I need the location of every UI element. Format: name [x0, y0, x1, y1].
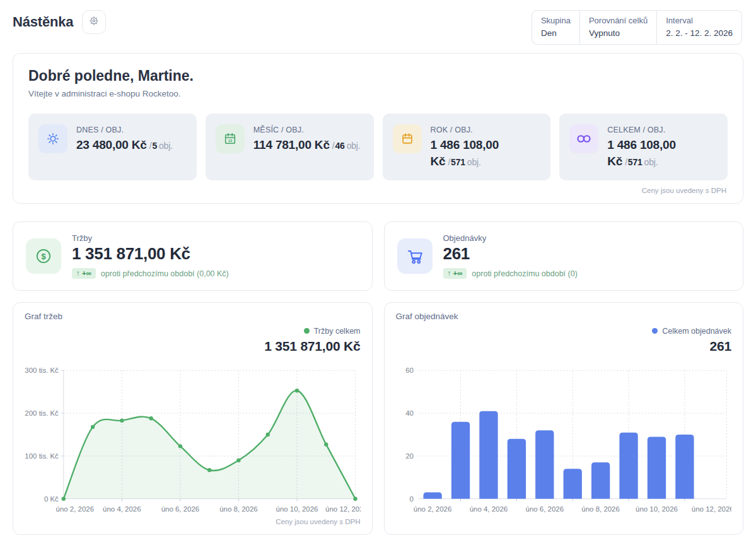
metric-value: 1 351 871,00 Kč [72, 244, 229, 264]
svg-text:úno 6, 2026: úno 6, 2026 [525, 505, 564, 513]
charts-row: Graf tržeb Tržby celkem 1 351 871,00 Kč … [13, 302, 743, 535]
stat-tiles: DNES / OBJ. 23 480,00 Kč/5obj. 12 MĚSÍC … [28, 114, 728, 180]
cart-icon [397, 238, 433, 274]
svg-text:60: 60 [405, 367, 414, 375]
chart-title: Graf tržeb [25, 312, 361, 321]
calendar-year-icon [393, 124, 422, 153]
legend-dot-blue [652, 328, 658, 334]
stat-value: 1 486 108,00 Kč/571obj. [607, 137, 718, 169]
chart-total-value: 261 [396, 339, 732, 354]
metric-label: Objednávky [443, 233, 578, 243]
svg-text:úno 10, 2026: úno 10, 2026 [276, 505, 318, 513]
dashboard-settings-button[interactable] [82, 10, 106, 34]
orders-summary-card: Objednávky 261 ↑ +∞ oproti předchozímu o… [384, 221, 744, 291]
svg-text:úno 10, 2026: úno 10, 2026 [636, 505, 678, 513]
metrics-row: $ Tržby 1 351 871,00 Kč ↑ +∞ oproti před… [13, 221, 743, 291]
legend-dot-green [304, 328, 310, 334]
chart-title: Graf objednávek [396, 312, 732, 321]
revenue-summary-card: $ Tržby 1 351 871,00 Kč ↑ +∞ oproti před… [13, 221, 373, 291]
svg-text:300 tis. Kč: 300 tis. Kč [25, 367, 59, 375]
money-icon: $ [26, 238, 61, 274]
svg-text:úno 12, 2026: úno 12, 2026 [325, 505, 360, 513]
svg-text:úno 4, 2026: úno 4, 2026 [103, 505, 141, 513]
calendar-month-icon: 12 [216, 124, 245, 153]
svg-text:úno 2, 2026: úno 2, 2026 [56, 505, 95, 513]
header: Nástěnka Skupina Den Porov [13, 0, 743, 44]
filter-interval-label: Interval [666, 15, 733, 27]
metric-label: Tržby [72, 233, 229, 243]
svg-text:0: 0 [409, 495, 413, 503]
dashboard-page: Nástěnka Skupina Den Porov [0, 0, 756, 545]
revenue-chart-card: Graf tržeb Tržby celkem 1 351 871,00 Kč … [13, 302, 373, 535]
stat-label: CELKEM / OBJ. [607, 126, 718, 134]
svg-text:20: 20 [405, 452, 414, 460]
orders-bar-chart: 0204060úno 2, 2026úno 4, 2026úno 6, 2026… [396, 364, 732, 515]
welcome-card: Dobré poledne, Martine. Vítejte v admini… [13, 53, 743, 204]
svg-text:úno 8, 2026: úno 8, 2026 [581, 505, 620, 513]
svg-text:úno 12, 2026: úno 12, 2026 [691, 505, 731, 513]
orders-chart-card: Graf objednávek Celkem objednávek 261 02… [384, 302, 744, 535]
filter-group-label: Skupina [541, 15, 571, 27]
comparison-text: oproti předchozímu období (0,00 Kč) [101, 269, 229, 278]
svg-text:úno 8, 2026: úno 8, 2026 [219, 505, 258, 513]
filter-interval-value: 2. 2. - 12. 2. 2026 [666, 27, 733, 40]
trend-badge: ↑ +∞ [443, 268, 467, 279]
stat-tile-total: CELKEM / OBJ. 1 486 108,00 Kč/571obj. [559, 114, 728, 180]
filter-interval[interactable]: Interval 2. 2. - 12. 2. 2026 [656, 11, 741, 44]
stat-tile-today: DNES / OBJ. 23 480,00 Kč/5obj. [28, 114, 197, 180]
filter-group[interactable]: Skupina Den [532, 11, 579, 44]
stat-value: 114 781,00 Kč/46obj. [253, 137, 361, 153]
dashboard-filters: Skupina Den Porovnání celků Vypnuto Inte… [532, 10, 742, 45]
infinity-icon [569, 124, 598, 153]
filter-comparison-label: Porovnání celků [589, 15, 648, 27]
filter-comparison-value: Vypnuto [589, 27, 648, 40]
stat-label: ROK / OBJ. [431, 126, 541, 134]
metric-value: 261 [443, 244, 578, 264]
filter-group-value: Den [541, 27, 571, 40]
chart-legend: Celkem objednávek [396, 325, 732, 336]
stat-label: MĚSÍC / OBJ. [253, 126, 361, 134]
revenue-line-chart: 0 Kč100 tis. Kč200 tis. Kč300 tis. Kčúno… [25, 364, 361, 515]
comparison-text: oproti předchozímu období (0) [472, 269, 577, 278]
stat-tile-month: 12 MĚSÍC / OBJ. 114 781,00 Kč/46obj. [206, 114, 374, 180]
svg-text:úno 2, 2026: úno 2, 2026 [413, 505, 451, 513]
svg-text:0 Kč: 0 Kč [44, 495, 59, 503]
legend-label: Celkem objednávek [662, 327, 731, 336]
vat-note: Ceny jsou uvedeny s DPH [25, 515, 361, 529]
chart-total-value: 1 351 871,00 Kč [25, 339, 361, 354]
svg-text:100 tis. Kč: 100 tis. Kč [25, 452, 59, 460]
stat-label: DNES / OBJ. [76, 126, 173, 134]
sun-icon [38, 124, 67, 153]
gear-icon [88, 15, 100, 29]
greeting-heading: Dobré poledne, Martine. [28, 67, 728, 85]
svg-text:40: 40 [405, 409, 414, 417]
trend-badge: ↑ +∞ [72, 268, 96, 279]
legend-label: Tržby celkem [314, 327, 361, 336]
svg-text:úno 4, 2026: úno 4, 2026 [469, 505, 508, 513]
stat-value: 1 486 108,00 Kč/571obj. [431, 137, 541, 169]
vat-note: Ceny jsou uvedeny s DPH [28, 180, 728, 198]
svg-text:200 tis. Kč: 200 tis. Kč [25, 409, 59, 417]
stat-tile-year: ROK / OBJ. 1 486 108,00 Kč/571obj. [383, 114, 551, 180]
svg-text:$: $ [41, 252, 45, 261]
svg-text:úno 6, 2026: úno 6, 2026 [161, 505, 200, 513]
filter-comparison[interactable]: Porovnání celků Vypnuto [579, 11, 656, 44]
svg-text:12: 12 [228, 139, 232, 143]
chart-legend: Tržby celkem [25, 325, 361, 336]
page-title: Nástěnka [13, 14, 73, 30]
stat-value: 23 480,00 Kč/5obj. [76, 137, 173, 153]
greeting-subtitle: Vítejte v administraci e-shopu Rocketoo. [28, 89, 728, 98]
